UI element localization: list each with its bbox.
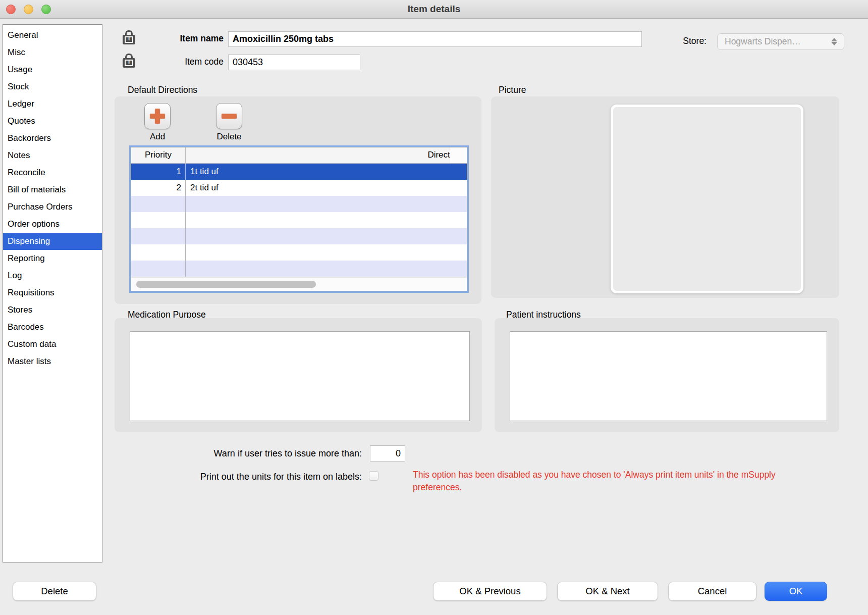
sidebar-item-notes[interactable]: Notes — [3, 147, 102, 164]
direction-cell: 1t tid uf — [186, 164, 467, 180]
priority-cell — [131, 212, 186, 228]
warn-issue-label: Warn if user tries to issue more than: — [126, 448, 362, 459]
sidebar-item-log[interactable]: Log — [3, 267, 102, 284]
directions-table: Priority Directions 1 1t tid uf 2 2t tid… — [129, 145, 469, 293]
picture-well[interactable] — [611, 105, 803, 293]
table-row-empty[interactable] — [131, 196, 467, 212]
sidebar-item-purchase-orders[interactable]: Purchase Orders — [3, 198, 102, 216]
patient-instructions-textarea[interactable] — [510, 331, 827, 421]
priority-cell — [131, 196, 186, 212]
directions-table-header: Priority Directions — [131, 147, 467, 164]
priority-cell: 1 — [131, 164, 186, 180]
sidebar-item-ledger[interactable]: Ledger — [3, 95, 102, 113]
directions-table-inner: Priority Directions 1 1t tid uf 2 2t tid… — [131, 147, 467, 291]
table-row-empty[interactable] — [131, 212, 467, 228]
title-bar: Item details — [0, 0, 868, 19]
sidebar-tab-list: General Misc Usage Stock Ledger Quotes B… — [3, 24, 102, 562]
priority-cell — [131, 261, 186, 277]
sidebar-item-order-options[interactable]: Order options — [3, 216, 102, 233]
priority-column-header[interactable]: Priority — [131, 147, 186, 163]
horizontal-scrollbar-thumb[interactable] — [136, 281, 316, 288]
sidebar-item-reconcile[interactable]: Reconcile — [3, 164, 102, 181]
item-code-input[interactable] — [228, 55, 360, 70]
scrollbar-header-cap — [450, 147, 467, 163]
ok-next-button[interactable]: OK & Next — [557, 582, 658, 601]
table-row[interactable]: 1 1t tid uf — [131, 164, 467, 180]
medication-purpose-textarea[interactable] — [130, 331, 470, 421]
horizontal-scrollbar[interactable] — [131, 277, 467, 291]
priority-cell — [131, 228, 186, 244]
chevron-up-icon — [831, 38, 837, 41]
table-row-empty[interactable] — [131, 244, 467, 261]
print-units-checkbox[interactable] — [369, 471, 378, 481]
direction-cell: 2t tid uf — [186, 180, 467, 196]
directions-column-header[interactable]: Directions — [186, 147, 450, 163]
table-row-empty[interactable] — [131, 228, 467, 244]
priority-cell — [131, 244, 186, 261]
sidebar-item-general[interactable]: General — [3, 27, 102, 44]
sidebar-item-custom-data[interactable]: Custom data — [3, 336, 102, 353]
sidebar-item-stock[interactable]: Stock — [3, 78, 102, 95]
sidebar-item-usage[interactable]: Usage — [3, 61, 102, 78]
sidebar-item-quotes[interactable]: Quotes — [3, 113, 102, 130]
delete-button-label: Delete — [209, 132, 249, 142]
sidebar-item-backorders[interactable]: Backorders — [3, 130, 102, 147]
direction-cell — [186, 228, 467, 244]
store-label: Store: — [671, 36, 707, 46]
table-row[interactable]: 2 2t tid uf — [131, 180, 467, 196]
sidebar-item-stores[interactable]: Stores — [3, 301, 102, 319]
sidebar-item-reporting[interactable]: Reporting — [3, 250, 102, 267]
item-name-label: Item name — [131, 33, 224, 44]
sidebar-item-master-lists[interactable]: Master lists — [3, 353, 102, 370]
ok-previous-button[interactable]: OK & Previous — [433, 582, 547, 601]
sidebar-item-requisitions[interactable]: Requisitions — [3, 284, 102, 301]
item-code-label: Item code — [131, 57, 224, 67]
direction-cell — [186, 244, 467, 261]
sidebar-item-misc[interactable]: Misc — [3, 44, 102, 61]
disabled-option-note: This option has been disabled as you hav… — [413, 469, 817, 494]
default-directions-label: Default Directions — [128, 85, 197, 95]
ok-button[interactable]: OK — [765, 582, 827, 601]
direction-cell — [186, 261, 467, 277]
priority-cell: 2 — [131, 180, 186, 196]
store-dropdown[interactable]: Hogwarts Dispen… — [717, 33, 844, 50]
print-units-label: Print out the units for this item on lab… — [126, 472, 362, 482]
chevron-down-icon — [831, 42, 837, 45]
window-title: Item details — [0, 0, 868, 19]
delete-direction-button[interactable] — [216, 103, 242, 129]
sidebar-item-bill-of-materials[interactable]: Bill of materials — [3, 181, 102, 198]
picture-label: Picture — [499, 85, 526, 95]
store-dropdown-value: Hogwarts Dispen… — [725, 34, 801, 49]
item-name-input[interactable] — [228, 31, 642, 47]
direction-cell — [186, 212, 467, 228]
sidebar-item-barcodes[interactable]: Barcodes — [3, 319, 102, 336]
sidebar-item-dispensing[interactable]: Dispensing — [3, 233, 102, 250]
directions-column-header-text: Directions — [427, 147, 450, 163]
cancel-button[interactable]: Cancel — [668, 582, 756, 601]
table-row-empty[interactable] — [131, 261, 467, 277]
direction-cell — [186, 196, 467, 212]
delete-button[interactable]: Delete — [13, 582, 96, 601]
add-direction-button[interactable] — [144, 103, 171, 129]
add-button-label: Add — [137, 132, 178, 142]
warn-issue-input[interactable] — [370, 445, 405, 462]
